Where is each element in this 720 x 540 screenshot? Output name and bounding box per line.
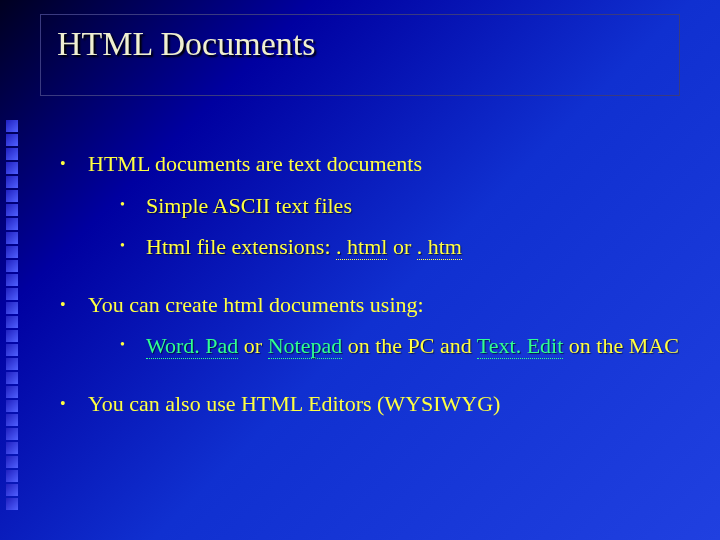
bullet-dot-icon: •: [60, 390, 88, 418]
app-notepad: Notepad: [268, 333, 343, 359]
sub-bullet-1-2-prefix: Html file extensions:: [146, 234, 336, 259]
bullet-dot-icon: •: [120, 332, 146, 360]
bullet-3: • You can also use HTML Editors (WYSIWYG…: [60, 390, 680, 418]
t3: on the MAC: [563, 333, 679, 358]
decoration-squares: [6, 120, 20, 512]
bullet-dot-icon: •: [120, 233, 146, 261]
bullet-2: • You can create html documents using: •…: [60, 291, 680, 370]
slide-title: HTML Documents: [57, 25, 663, 63]
sub-bullet-1-1: • Simple ASCII text files: [120, 192, 680, 220]
bullet-3-text: You can also use HTML Editors (WYSIWYG): [88, 391, 500, 416]
bullet-2-text: You can create html documents using:: [88, 292, 424, 317]
sub-bullet-1-1-text: Simple ASCII text files: [146, 193, 352, 218]
app-wordpad: Word. Pad: [146, 333, 238, 359]
bullet-dot-icon: •: [60, 291, 88, 370]
app-textedit: Text. Edit: [477, 333, 563, 359]
bullet-dot-icon: •: [60, 150, 88, 271]
ext-htm: . htm: [417, 234, 462, 260]
bullet-1-text: HTML documents are text documents: [88, 151, 422, 176]
sub-bullet-1-2-mid: or: [387, 234, 416, 259]
bullet-dot-icon: •: [120, 192, 146, 220]
sub-bullet-2-1: • Word. Pad or Notepad on the PC and Tex…: [120, 332, 680, 360]
t2: on the PC and: [342, 333, 477, 358]
slide-content: • HTML documents are text documents • Si…: [60, 150, 680, 438]
title-box: HTML Documents: [40, 14, 680, 96]
ext-html: . html: [336, 234, 387, 260]
sub-bullet-1-2: • Html file extensions: . html or . htm: [120, 233, 680, 261]
t1: or: [238, 333, 267, 358]
bullet-1: • HTML documents are text documents • Si…: [60, 150, 680, 271]
